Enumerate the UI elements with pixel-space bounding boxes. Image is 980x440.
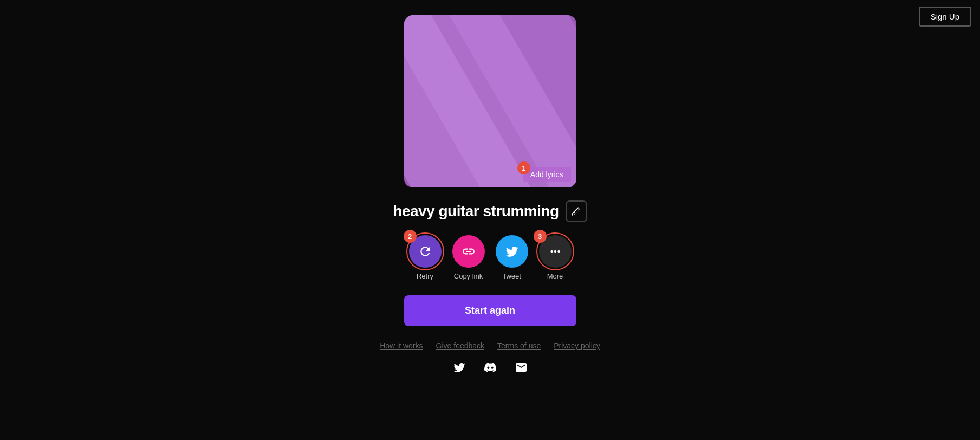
more-label: More bbox=[547, 272, 563, 280]
twitter-icon bbox=[453, 361, 466, 374]
tweet-label: Tweet bbox=[502, 272, 521, 280]
discord-social-button[interactable] bbox=[483, 361, 497, 373]
step-1-badge: 1 bbox=[517, 161, 530, 174]
tweet-button[interactable] bbox=[496, 235, 528, 268]
link-icon bbox=[462, 244, 476, 258]
action-buttons-row: 2 Retry Copy link Twe bbox=[409, 235, 572, 280]
more-dots-icon bbox=[548, 244, 562, 258]
step-2-badge: 2 bbox=[404, 230, 417, 243]
song-title-row: heavy guitar strumming bbox=[393, 200, 587, 222]
start-again-button[interactable]: Start again bbox=[404, 295, 576, 326]
social-icons-row bbox=[453, 361, 528, 374]
footer-links: How it works Give feedback Terms of use … bbox=[380, 341, 600, 350]
how-it-works-link[interactable]: How it works bbox=[380, 341, 423, 350]
more-action-item: 3 More bbox=[539, 235, 572, 280]
album-art-decoration bbox=[428, 15, 576, 187]
privacy-policy-link[interactable]: Privacy policy bbox=[554, 341, 600, 350]
discord-icon bbox=[483, 361, 497, 373]
twitter-bird-icon bbox=[505, 244, 519, 258]
pencil-icon bbox=[572, 207, 581, 216]
retry-label: Retry bbox=[417, 272, 433, 280]
album-art-container: 1 Add lyrics bbox=[404, 15, 576, 187]
header: Sign Up bbox=[910, 0, 980, 33]
email-icon bbox=[515, 361, 528, 374]
song-title: heavy guitar strumming bbox=[393, 203, 559, 220]
edit-title-button[interactable] bbox=[566, 200, 587, 222]
retry-icon bbox=[418, 244, 432, 258]
copy-link-button[interactable] bbox=[452, 235, 485, 268]
twitter-social-button[interactable] bbox=[453, 361, 466, 374]
copy-link-action-item: Copy link bbox=[452, 235, 485, 280]
add-lyrics-container: 1 Add lyrics bbox=[523, 167, 571, 182]
step-3-badge: 3 bbox=[534, 230, 547, 243]
give-feedback-link[interactable]: Give feedback bbox=[436, 341, 485, 350]
album-art bbox=[404, 15, 576, 187]
sign-up-button[interactable]: Sign Up bbox=[919, 7, 971, 27]
main-content: 1 Add lyrics heavy guitar strumming 2 Re… bbox=[0, 0, 980, 440]
terms-of-use-link[interactable]: Terms of use bbox=[497, 341, 541, 350]
copy-link-label: Copy link bbox=[454, 272, 483, 280]
tweet-action-item: Tweet bbox=[496, 235, 528, 280]
email-social-button[interactable] bbox=[515, 361, 528, 374]
retry-action-item: 2 Retry bbox=[409, 235, 442, 280]
